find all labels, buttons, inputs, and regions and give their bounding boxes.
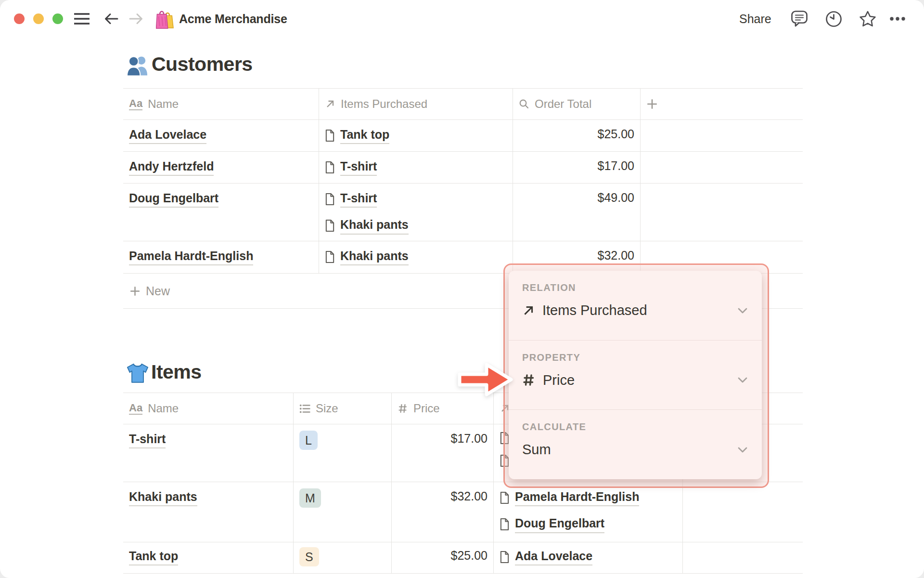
relation-dropdown[interactable]: Items Purchased — [522, 302, 749, 318]
title-icon: Aa — [129, 403, 142, 415]
list-icon — [299, 404, 310, 414]
traffic-light-close[interactable] — [14, 13, 25, 24]
popup-section-label: PROPERTY — [522, 352, 749, 363]
traffic-light-minimize[interactable] — [33, 13, 44, 24]
calculate-dropdown-value: Sum — [522, 442, 551, 458]
column-header-label: Size — [316, 402, 338, 415]
page-icon — [500, 491, 510, 504]
column-header-label: Order Total — [535, 97, 591, 111]
order-total-cell[interactable]: $25.00 — [513, 120, 640, 151]
busts-in-silhouette-emoji — [127, 55, 149, 76]
traffic-light-zoom[interactable] — [52, 13, 63, 24]
chevron-down-icon — [736, 373, 749, 387]
rollup-config-popup: RELATION Items Purchased PROPERTY Price … — [509, 271, 762, 479]
hamburger-icon — [73, 12, 90, 26]
customer-page-link[interactable]: Ada Lovelace — [129, 127, 206, 144]
column-header-label: Name — [148, 97, 179, 111]
size-tag[interactable]: L — [299, 431, 318, 450]
page-icon — [325, 129, 335, 142]
plus-icon — [646, 98, 658, 110]
arrow-up-right-icon — [325, 99, 335, 109]
item-page-link[interactable]: T-shirt — [325, 159, 507, 176]
table-row: Doug Engelbart T-shirt Khaki pants $49.0… — [123, 184, 803, 241]
share-button[interactable]: Share — [739, 0, 771, 38]
popup-section-label: CALCULATE — [522, 421, 749, 433]
column-header-size[interactable]: Size — [293, 393, 391, 424]
column-header-order-total[interactable]: Order Total — [513, 89, 640, 119]
chevron-down-icon — [736, 304, 749, 317]
customer-page-link[interactable]: Ada Lovelace — [500, 549, 677, 565]
star-icon — [859, 10, 877, 28]
customer-page-link[interactable]: Pamela Hardt-English — [500, 489, 677, 506]
customer-page-link[interactable]: Doug Engelbart — [500, 516, 677, 533]
annotation-arrow-icon — [457, 360, 514, 399]
table-row: Ada Lovelace Tank top $25.00 — [123, 120, 803, 152]
property-dropdown[interactable]: Price — [522, 372, 749, 388]
popup-section-property: PROPERTY Price — [509, 340, 762, 410]
popup-section-relation: RELATION Items Purchased — [509, 271, 762, 340]
back-arrow-icon — [103, 12, 119, 26]
order-total-cell[interactable]: $49.00 — [513, 184, 640, 241]
item-page-link[interactable]: T-shirt — [129, 432, 166, 448]
app-window: Acme Merchandise Share — [0, 0, 924, 578]
price-cell[interactable]: $25.00 — [391, 542, 493, 573]
page-icon — [325, 250, 335, 263]
shopping-bags-icon — [156, 9, 174, 29]
titlebar: Acme Merchandise Share — [0, 0, 924, 38]
column-header-name[interactable]: Aa Name — [123, 393, 293, 424]
comment-icon — [791, 10, 808, 27]
column-header-items-purchased[interactable]: Items Purchased — [319, 89, 513, 119]
item-page-link[interactable]: Khaki pants — [325, 217, 507, 234]
customer-page-link[interactable]: Pamela Hardt-English — [129, 249, 253, 265]
more-options-button[interactable] — [889, 0, 906, 38]
hash-icon — [522, 373, 535, 387]
favorite-button[interactable] — [859, 0, 877, 38]
page-icon — [325, 193, 335, 206]
item-page-link[interactable]: T-shirt — [325, 191, 507, 208]
items-heading-text: Items — [151, 361, 202, 383]
forward-button[interactable] — [128, 0, 144, 38]
item-page-link[interactable]: Khaki pants — [325, 249, 507, 265]
add-column-button[interactable] — [640, 89, 803, 119]
back-button[interactable] — [103, 0, 119, 38]
history-button[interactable] — [825, 0, 843, 38]
page-icon — [325, 161, 335, 174]
property-dropdown-value: Price — [543, 372, 575, 388]
ellipsis-icon — [889, 16, 906, 21]
column-header-label: Name — [148, 402, 179, 415]
page-title: Acme Merchandise — [179, 0, 287, 38]
share-label: Share — [739, 12, 771, 26]
column-header-name[interactable]: Aa Name — [123, 89, 319, 119]
comments-button[interactable] — [791, 0, 808, 38]
hash-icon — [398, 403, 408, 414]
size-tag[interactable]: M — [299, 488, 321, 508]
arrow-up-right-icon — [522, 304, 535, 317]
price-cell[interactable]: $17.00 — [391, 424, 493, 482]
size-tag[interactable]: S — [299, 547, 319, 566]
magnifier-icon — [519, 99, 529, 109]
relation-dropdown-value: Items Purchased — [542, 302, 647, 318]
tshirt-emoji — [127, 363, 149, 383]
customer-page-link[interactable]: Doug Engelbart — [129, 191, 218, 208]
page-icon — [325, 219, 335, 232]
column-header-label: Items Purchased — [341, 97, 427, 111]
customer-page-link[interactable]: Andy Hertzfeld — [129, 159, 214, 176]
order-total-cell[interactable]: $17.00 — [513, 152, 640, 183]
item-page-link[interactable]: Tank top — [325, 127, 507, 144]
column-header-label: Price — [413, 402, 440, 415]
calculate-dropdown[interactable]: Sum — [522, 442, 749, 458]
page-emoji — [156, 0, 174, 38]
page-title-text: Acme Merchandise — [179, 12, 287, 26]
item-page-link[interactable]: Tank top — [129, 549, 178, 565]
item-page-link[interactable]: Khaki pants — [129, 489, 197, 506]
new-row-label: New — [146, 284, 170, 298]
history-clock-icon — [825, 10, 843, 28]
price-cell[interactable]: $32.00 — [391, 482, 493, 542]
page-icon — [500, 518, 510, 531]
forward-arrow-icon — [128, 12, 144, 26]
popup-section-label: RELATION — [522, 282, 749, 293]
chevron-down-icon — [736, 443, 749, 457]
table-row: Andy Hertzfeld T-shirt $17.00 — [123, 152, 803, 184]
sidebar-menu-button[interactable] — [73, 0, 90, 38]
customers-heading-text: Customers — [152, 53, 253, 76]
